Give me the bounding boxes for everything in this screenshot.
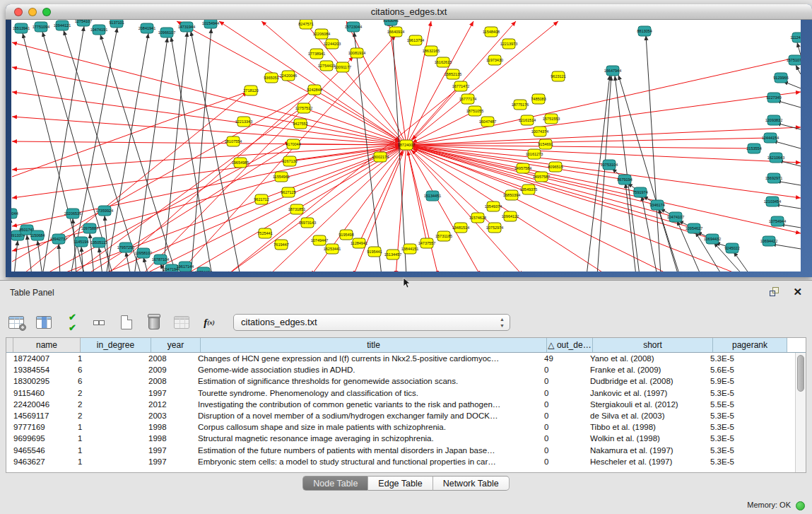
column-header-1[interactable]: in_degree bbox=[81, 338, 151, 352]
network-node[interactable]: 16850394 bbox=[503, 190, 520, 200]
network-node[interactable]: 10964122 bbox=[502, 211, 519, 221]
network-node[interactable]: 14957587 bbox=[533, 172, 550, 182]
network-node[interactable]: 10754944 bbox=[769, 216, 786, 226]
network-window[interactable]: citations_edges.txt 18724007166409141961… bbox=[6, 4, 812, 277]
table-row[interactable]: 911546021997Tourette syndrome. Phenomeno… bbox=[6, 387, 795, 399]
network-node[interactable]: 9129966 bbox=[773, 73, 788, 83]
network-node[interactable]: 13942737 bbox=[50, 234, 67, 244]
table-row[interactable]: 969969511998Structural magnetic resonanc… bbox=[6, 433, 795, 444]
network-node[interactable]: 15134457 bbox=[384, 250, 401, 259]
network-node[interactable]: 13481514 bbox=[452, 223, 469, 233]
network-node[interactable]: 10474191 bbox=[90, 25, 107, 35]
network-node[interactable]: 9267130 bbox=[282, 156, 297, 166]
network-node[interactable]: 15513941 bbox=[13, 23, 30, 33]
table-row[interactable]: 977716911998Corpus callosum shape and si… bbox=[6, 421, 795, 433]
network-node[interactable]: 10694432 bbox=[704, 234, 721, 244]
network-node[interactable]: 10966107 bbox=[158, 28, 175, 37]
network-node[interactable]: 10753104 bbox=[601, 160, 618, 170]
network-node[interactable]: 12444154 bbox=[762, 133, 779, 143]
network-node[interactable]: 9227349 bbox=[766, 93, 781, 103]
network-node[interactable]: 9154691 bbox=[538, 139, 553, 149]
network-node[interactable]: 15852135 bbox=[445, 69, 461, 79]
network-node[interactable]: 11548408 bbox=[483, 27, 500, 37]
column-visibility-icon[interactable] bbox=[35, 313, 53, 332]
network-node[interactable]: 15692971 bbox=[765, 173, 782, 183]
network-window-titlebar[interactable]: citations_edges.txt bbox=[6, 4, 812, 20]
network-node[interactable]: 18632165 bbox=[423, 46, 440, 56]
network-node[interactable]: 19617144 bbox=[177, 262, 194, 271]
float-panel-icon[interactable] bbox=[770, 287, 780, 297]
network-node[interactable]: 16047487 bbox=[479, 117, 496, 127]
table-row[interactable]: 1456911722003Disruption of a novel membe… bbox=[6, 410, 795, 421]
network-node[interactable]: 1145194 bbox=[73, 237, 88, 247]
network-node[interactable]: 18107554 bbox=[225, 136, 242, 146]
network-node[interactable]: 7619447 bbox=[273, 240, 288, 250]
network-node[interactable]: 10954627 bbox=[686, 223, 702, 233]
network-node[interactable]: 18751055 bbox=[466, 106, 483, 116]
create-column-icon[interactable] bbox=[117, 313, 136, 332]
network-node[interactable]: 17957255 bbox=[117, 243, 134, 252]
network-node[interactable]: 12213973 bbox=[500, 39, 517, 49]
network-node[interactable]: 1150684 bbox=[30, 230, 45, 240]
network-graph[interactable]: 1872400716640914196137941863216516162615… bbox=[11, 20, 801, 271]
network-node[interactable]: 16787104 bbox=[152, 255, 169, 264]
network-node[interactable]: 10752974 bbox=[486, 223, 503, 233]
network-node[interactable]: 8096515 bbox=[548, 162, 563, 172]
vertical-scrollbar[interactable] bbox=[795, 353, 806, 472]
column-header-4[interactable]: △ out_de… bbox=[547, 338, 593, 352]
network-node[interactable]: 10694422 bbox=[760, 236, 777, 246]
table-row[interactable]: 946554611997Estimation of the future num… bbox=[6, 445, 795, 456]
column-header-2[interactable]: year bbox=[151, 338, 201, 352]
network-node[interactable]: 12213343 bbox=[235, 117, 252, 127]
network-node[interactable]: 16640914 bbox=[387, 27, 404, 37]
network-node[interactable]: 10794412 bbox=[195, 267, 212, 271]
close-panel-icon[interactable]: ✕ bbox=[793, 287, 802, 297]
network-node[interactable]: 7485083 bbox=[531, 94, 546, 104]
network-node[interactable]: 10474107 bbox=[667, 212, 684, 222]
network-node[interactable]: 2153554 bbox=[746, 144, 761, 153]
network-node[interactable]: 9242844 bbox=[307, 85, 322, 95]
network-node[interactable]: 13549374 bbox=[485, 201, 502, 211]
row-height-icon[interactable] bbox=[90, 313, 108, 332]
select-columns-icon[interactable]: ✔✔ bbox=[62, 313, 81, 332]
network-node[interactable]: 7525441 bbox=[257, 228, 272, 238]
network-node[interactable]: 16210643 bbox=[767, 153, 784, 163]
network-node[interactable]: 16973143 bbox=[299, 218, 316, 228]
network-node[interactable]: 16771472 bbox=[452, 81, 469, 91]
network-node[interactable]: 8813054 bbox=[637, 26, 652, 36]
network-node[interactable]: 11973430 bbox=[486, 55, 503, 65]
network-node[interactable]: 10749447 bbox=[311, 235, 328, 245]
network-canvas[interactable]: 1872400716640914196137941863216516162615… bbox=[11, 20, 801, 271]
scrollbar-thumb[interactable] bbox=[797, 355, 804, 392]
network-node[interactable]: 9195498 bbox=[339, 230, 353, 240]
network-node[interactable]: 10154944 bbox=[202, 20, 219, 28]
network-node[interactable]: 17751094 bbox=[33, 22, 49, 32]
network-node[interactable]: 8247571 bbox=[298, 20, 313, 29]
network-node[interactable]: 12206084 bbox=[313, 29, 330, 39]
network-node[interactable]: 15134451 bbox=[424, 191, 441, 201]
network-node[interactable]: 10944121 bbox=[54, 21, 71, 30]
network-node[interactable]: 9346174 bbox=[649, 200, 664, 210]
column-header-6[interactable]: pagerank bbox=[713, 338, 787, 352]
network-node[interactable]: 12103454 bbox=[764, 197, 781, 206]
network-node[interactable]: 22420046 bbox=[280, 71, 297, 81]
network-node[interactable]: 14731944 bbox=[178, 22, 195, 32]
table-mode-icon[interactable] bbox=[7, 313, 25, 332]
network-node[interactable]: 12754107 bbox=[75, 20, 92, 26]
network-node[interactable]: 20206536 bbox=[64, 209, 81, 218]
network-node[interactable]: 9621712 bbox=[254, 194, 269, 204]
network-node[interactable]: 10074374 bbox=[531, 127, 548, 136]
network-node[interactable]: 10161273 bbox=[526, 149, 543, 159]
network-node[interactable]: 10091177 bbox=[334, 62, 351, 72]
network-node[interactable]: 13844151 bbox=[401, 244, 418, 254]
network-node[interactable]: 11554961 bbox=[273, 172, 290, 182]
network-node[interactable]: 12757512 bbox=[295, 103, 312, 113]
network-node[interactable]: 9427552 bbox=[293, 119, 307, 129]
network-node[interactable]: 8679194 bbox=[617, 175, 632, 185]
tab-edge-table[interactable]: Edge Table bbox=[368, 476, 433, 491]
network-node[interactable]: 8163046 bbox=[383, 20, 398, 25]
network-node[interactable]: 12754419 bbox=[318, 61, 335, 71]
network-node[interactable]: 19654985 bbox=[232, 158, 249, 168]
table-row[interactable]: 2242004622012Investigating the contribut… bbox=[6, 399, 795, 410]
network-node[interactable]: 12093832 bbox=[765, 115, 782, 125]
